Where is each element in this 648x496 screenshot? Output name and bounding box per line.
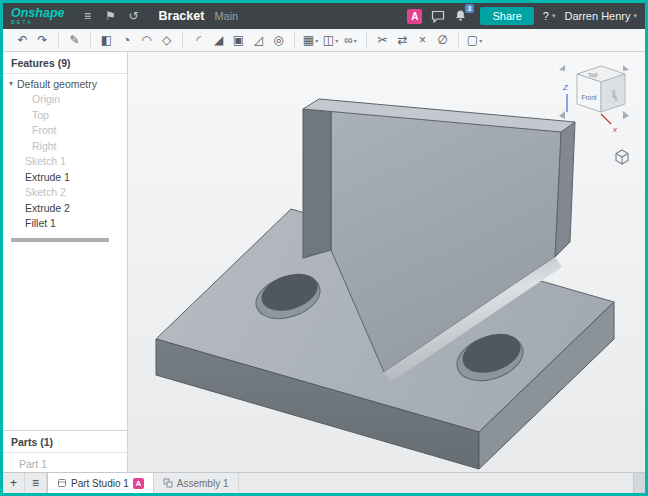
boolean-icon[interactable]: ∞▾ (341, 31, 360, 50)
part-label: Part 1 (19, 458, 47, 470)
sketch-icon: ✎ (69, 33, 79, 47)
feature-item-fillet-1[interactable]: Fillet 1 (3, 216, 127, 232)
view-cube-front-label: Front (581, 94, 596, 101)
feature-item-sketch-2[interactable]: Sketch 2 (3, 185, 127, 201)
extrude-icon: ◧ (101, 33, 112, 47)
dropdown-caret-icon[interactable]: ▾ (479, 37, 482, 44)
feature-item-origin[interactable]: Origin (3, 92, 127, 108)
redo-icon[interactable]: ↷ (33, 31, 52, 50)
features-header: Features (9) (3, 52, 127, 74)
x-axis-line (601, 114, 611, 124)
resize-grip[interactable] (633, 473, 645, 493)
revolve-icon[interactable]: ◔ (117, 31, 136, 50)
part-studio-icon (57, 478, 67, 488)
parts-list: Part 1 (3, 453, 127, 472)
tab-manager-icon[interactable]: ≡ (25, 473, 47, 493)
share-button[interactable]: Share (480, 7, 533, 25)
isometric-view-button[interactable] (613, 148, 631, 166)
feature-item-extrude-2[interactable]: Extrude 2 (3, 200, 127, 216)
tab-collaborator-badge: A (133, 478, 144, 489)
tab-assembly-1[interactable]: Assembly 1 (154, 473, 239, 493)
hole-icon[interactable]: ◎ (269, 31, 288, 50)
feature-item-sketch-1[interactable]: Sketch 1 (3, 154, 127, 170)
tab-part-studio-1[interactable]: Part Studio 1 A (47, 473, 154, 493)
view-cube-top-label: Top (588, 71, 599, 78)
extrude-icon[interactable]: ◧ (97, 31, 116, 50)
view-rotate-arrow[interactable] (559, 111, 565, 119)
chat-icon[interactable] (431, 10, 445, 23)
linear-pattern-icon: ▦ (303, 33, 314, 47)
logo-text: Onshape (11, 7, 65, 20)
split-icon[interactable]: ✂ (373, 31, 392, 50)
notification-count-badge: 3 (465, 4, 475, 13)
toolbar-separator (182, 33, 183, 47)
parts-header: Parts (1) (3, 430, 127, 453)
measure-icon[interactable]: ∅ (433, 31, 452, 50)
linear-pattern-icon[interactable]: ▦▾ (301, 31, 320, 50)
dropdown-caret-icon[interactable]: ▾ (315, 37, 318, 44)
rib-left-end-face[interactable] (303, 102, 331, 258)
toolbar-separator (458, 33, 459, 47)
feature-item-top[interactable]: Top (3, 107, 127, 123)
help-icon: ? (543, 10, 549, 22)
loft-icon[interactable]: ◇ (157, 31, 176, 50)
main-content: Features (9) ▾Default geometryOriginTopF… (3, 52, 645, 472)
user-menu[interactable]: Darren Henry ▾ (564, 10, 637, 22)
transform-icon: ⇄ (397, 33, 407, 47)
sketch-icon[interactable]: ✎ (65, 31, 84, 50)
part-list-item[interactable]: Part 1 (3, 456, 127, 472)
shell-icon[interactable]: ▣ (229, 31, 248, 50)
z-axis-label: Z (562, 83, 569, 92)
draft-icon[interactable]: ◿ (249, 31, 268, 50)
display-options-icon: ▢ (467, 33, 478, 47)
shell-icon: ▣ (233, 33, 244, 47)
delete-face-icon[interactable]: × (413, 31, 432, 50)
feature-item-label: Sketch 2 (25, 186, 66, 198)
feature-item-label: Extrude 2 (25, 202, 70, 214)
display-options-icon[interactable]: ▢▾ (465, 31, 484, 50)
feature-item-label: Front (32, 124, 57, 136)
hole-icon: ◎ (273, 33, 283, 47)
fillet-icon: ◜ (196, 33, 201, 47)
feature-item-front[interactable]: Front (3, 123, 127, 139)
dropdown-caret-icon[interactable]: ▾ (354, 37, 357, 44)
onshape-logo[interactable]: Onshape BETA (11, 7, 65, 26)
split-icon: ✂ (377, 33, 387, 47)
tab-label: Assembly 1 (177, 478, 229, 489)
document-name[interactable]: Bracket (159, 9, 205, 23)
revolve-icon: ◔ (123, 33, 130, 47)
view-cube[interactable]: Top Front Right Z x (553, 58, 635, 146)
history-icon[interactable]: ↺ (126, 9, 142, 23)
add-tab-button[interactable]: + (3, 473, 25, 493)
chevron-down-icon[interactable]: ▾ (9, 79, 13, 88)
feature-item-label: Fillet 1 (25, 217, 56, 229)
toolbar-separator (366, 33, 367, 47)
notifications-button[interactable]: 3 (454, 9, 467, 24)
onshape-window: Onshape BETA ≡ ⚑ ↺ Bracket Main A 3 Shar… (0, 0, 648, 496)
undo-icon[interactable]: ↶ (13, 31, 32, 50)
feature-item-label: Right (32, 140, 57, 152)
versions-icon[interactable]: ⚑ (103, 9, 119, 23)
chevron-down-icon: ▾ (633, 12, 637, 20)
transform-icon[interactable]: ⇄ (393, 31, 412, 50)
feature-item-right[interactable]: Right (3, 138, 127, 154)
view-rotate-arrow[interactable] (623, 65, 629, 71)
chamfer-icon[interactable]: ◢ (209, 31, 228, 50)
feature-item-extrude-1[interactable]: Extrude 1 (3, 169, 127, 185)
mirror-icon: ◫ (323, 33, 334, 47)
collaborator-avatar[interactable]: A (407, 9, 422, 24)
fillet-icon[interactable]: ◜ (189, 31, 208, 50)
workspace-name[interactable]: Main (214, 10, 238, 22)
view-rotate-arrow[interactable] (623, 111, 629, 119)
chevron-down-icon: ▾ (552, 12, 556, 20)
help-menu[interactable]: ? ▾ (543, 10, 556, 22)
mirror-icon[interactable]: ◫▾ (321, 31, 340, 50)
feature-item-default-geometry[interactable]: ▾Default geometry (3, 76, 127, 92)
dropdown-caret-icon[interactable]: ▾ (335, 37, 338, 44)
feature-item-label: Origin (32, 93, 60, 105)
sweep-icon[interactable]: ◠ (137, 31, 156, 50)
graphics-viewport[interactable]: Top Front Right Z x (128, 52, 645, 472)
view-rotate-arrow[interactable] (559, 65, 565, 71)
hamburger-menu-icon[interactable]: ≡ (80, 9, 96, 23)
draft-icon: ◿ (254, 33, 263, 47)
